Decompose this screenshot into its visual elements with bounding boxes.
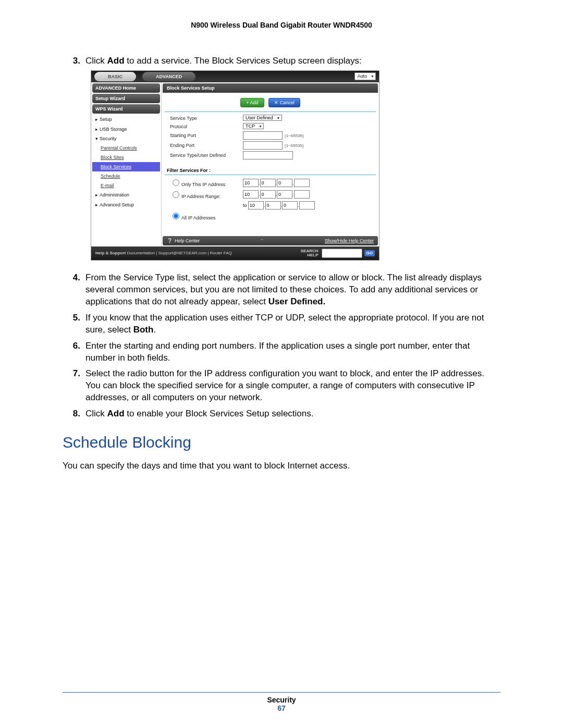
sidebar-sub-schedule[interactable]: Schedule xyxy=(92,171,160,181)
label-starting-port: Starting Port xyxy=(170,132,243,139)
step-number: 7. xyxy=(63,368,85,404)
go-button[interactable]: GO xyxy=(364,250,375,257)
ip-b[interactable] xyxy=(260,179,276,187)
sidebar-sub-blocksites[interactable]: Block Sites xyxy=(92,153,160,162)
sidebar-sub-blockservices[interactable]: Block Services xyxy=(92,162,160,171)
doc-header: N900 Wireless Dual Band Gigabit Router W… xyxy=(63,21,500,29)
sidebar: ADVANCED Home Setup Wizard WPS Wizard ▸S… xyxy=(91,82,161,246)
sidebar-wps-wizard[interactable]: WPS Wizard xyxy=(92,104,160,114)
radio-ip-range[interactable] xyxy=(173,191,179,198)
label-all-ip: All IP Addresses xyxy=(181,215,215,220)
ending-port-input[interactable] xyxy=(243,141,283,150)
help-center-label[interactable]: Help Center xyxy=(175,238,200,244)
help-icon: ❔ xyxy=(167,238,173,244)
radio-all-ip[interactable] xyxy=(173,213,179,219)
sidebar-item-setup[interactable]: ▸Setup xyxy=(92,115,160,124)
to-label: to xyxy=(243,203,247,208)
footer-links[interactable]: Documentation | Support@NETGEAR.com | Ro… xyxy=(127,251,231,256)
ip-c[interactable] xyxy=(277,179,292,187)
toggle-help-link[interactable]: Show/Hide Help Center xyxy=(325,238,374,244)
step-number: 8. xyxy=(63,408,85,420)
step-number: 3. xyxy=(63,55,85,268)
section-heading: Schedule Blocking xyxy=(63,434,500,451)
collapse-icon[interactable]: ⌃ xyxy=(200,238,325,244)
range-from-d[interactable] xyxy=(294,190,310,199)
hint-start: (1~65535) xyxy=(285,133,304,138)
sidebar-item-usb[interactable]: ▸USB Storage xyxy=(92,125,160,134)
range-to-a[interactable] xyxy=(248,201,264,209)
starting-port-input[interactable] xyxy=(243,131,283,140)
ip-d[interactable] xyxy=(294,179,310,187)
cancel-button[interactable]: ✕ Cancel xyxy=(268,98,300,107)
page-footer: Security 67 xyxy=(63,692,500,712)
step-8-text: Click Add to enable your Block Services … xyxy=(85,408,500,420)
step-5-text: If you know that the application uses ei… xyxy=(85,312,500,336)
ip-a[interactable] xyxy=(243,179,259,187)
sidebar-item-security[interactable]: ▾Security xyxy=(92,134,160,143)
step-4-text: From the Service Type list, select the a… xyxy=(85,272,500,308)
label-only-ip: Only This IP Address: xyxy=(181,182,226,187)
user-defined-input[interactable] xyxy=(243,151,293,159)
label-protocol: Protocol xyxy=(170,124,243,130)
tab-advanced[interactable]: ADVANCED xyxy=(142,72,195,81)
range-to-c[interactable] xyxy=(282,201,298,209)
hint-end: (1~65535) xyxy=(285,143,304,148)
service-type-select[interactable]: User Defined xyxy=(243,115,282,121)
search-help-input[interactable] xyxy=(322,249,362,258)
sidebar-setup-wizard[interactable]: Setup Wizard xyxy=(92,94,160,103)
label-service-type: Service Type xyxy=(170,115,243,121)
tab-basic[interactable]: BASIC xyxy=(94,72,136,81)
filter-section-label: Filter Services For : xyxy=(167,167,379,174)
sidebar-sub-parental[interactable]: Parental Controls xyxy=(92,143,160,153)
range-to-d[interactable] xyxy=(299,201,315,209)
auto-select[interactable]: Auto xyxy=(354,72,376,80)
range-from-a[interactable] xyxy=(243,190,259,199)
label-ip-range: IP Address Range: xyxy=(181,194,221,199)
sidebar-advanced-home[interactable]: ADVANCED Home xyxy=(92,83,160,93)
sidebar-sub-email[interactable]: E-mail xyxy=(92,181,160,190)
section-body: You can specify the days and time that y… xyxy=(63,461,500,471)
step-3-text: Click Add to add a service. The Block Se… xyxy=(85,55,500,268)
step-7-text: Select the radio button for the IP addre… xyxy=(85,368,500,404)
sidebar-item-admin[interactable]: ▸Administration xyxy=(92,190,160,200)
range-to-b[interactable] xyxy=(265,201,281,209)
range-from-c[interactable] xyxy=(277,190,292,199)
step-number: 4. xyxy=(63,272,85,308)
protocol-select[interactable]: TCP xyxy=(243,123,264,129)
step-number: 5. xyxy=(63,312,85,336)
radio-only-ip[interactable] xyxy=(173,179,179,186)
instruction-list: 3. Click Add to add a service. The Block… xyxy=(63,55,500,420)
router-screenshot: BASIC ADVANCED Auto ADVANCED Home Setup … xyxy=(91,70,380,261)
sidebar-item-advsetup[interactable]: ▸Advanced Setup xyxy=(92,200,160,209)
label-user-defined: Service Type/User Defined xyxy=(170,152,243,158)
step-number: 6. xyxy=(63,340,85,364)
step-6-text: Enter the starting and ending port numbe… xyxy=(85,340,500,364)
add-button[interactable]: + Add xyxy=(240,98,264,107)
panel-title: Block Services Setup xyxy=(163,83,378,93)
range-from-b[interactable] xyxy=(260,190,276,199)
help-support-label: Help & Support xyxy=(95,251,126,256)
search-help-label: SEARCH HELP xyxy=(292,249,319,257)
label-ending-port: Ending Port xyxy=(170,142,243,149)
